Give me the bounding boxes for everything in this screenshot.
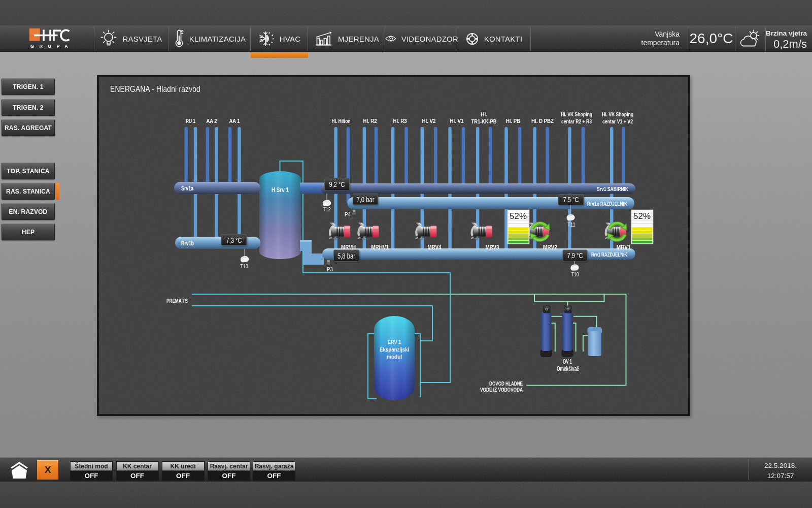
sidebar-item-label: TRIGEN. 1 bbox=[13, 83, 43, 90]
close-button[interactable]: X bbox=[37, 460, 59, 480]
sensor-p4[interactable]: P4 bbox=[345, 210, 356, 217]
toggle-kk-uredi[interactable]: KK uredi OFF bbox=[162, 461, 205, 481]
erv-label-2: Ekspanzijski bbox=[380, 346, 409, 353]
sidebar-item-label: RAS. STANICA bbox=[6, 188, 50, 195]
pump-label-mrhv1: MRHV1 bbox=[371, 244, 389, 251]
sidebar-item-top-stanica[interactable]: TOP. STANICA bbox=[2, 163, 55, 179]
outdoor-temp-label-1: Vanjska bbox=[641, 30, 680, 39]
value-razdjelnik-1-pressure[interactable]: 5,8 bar bbox=[334, 250, 359, 262]
branch-label: Hl. V2 bbox=[422, 118, 436, 124]
branch-label: AA 2 bbox=[207, 118, 217, 124]
toggle-state: OFF bbox=[162, 471, 204, 480]
pump-mrvh[interactable] bbox=[329, 223, 351, 241]
tab-label: MJERENJA bbox=[338, 35, 379, 43]
pump-mrhv1[interactable] bbox=[357, 223, 379, 241]
svg-text:7,3 °C: 7,3 °C bbox=[226, 236, 242, 244]
svg-text:T13: T13 bbox=[240, 263, 248, 269]
hfc-logo[interactable]: GRUPA bbox=[24, 25, 94, 52]
bar-chart-icon bbox=[315, 30, 333, 47]
sensor-t13[interactable]: T13 bbox=[240, 249, 249, 269]
pump-label-mrv2: MRV2 bbox=[543, 244, 557, 251]
branch-label: Hl. VK Shoping bbox=[561, 111, 592, 117]
sidebar-item-ras-stanica[interactable]: RAS. STANICA bbox=[2, 183, 55, 200]
svg-text:7,9 °C: 7,9 °C bbox=[567, 251, 583, 260]
branch-label: AA 1 bbox=[229, 118, 240, 124]
svg-text:7,5 °C: 7,5 °C bbox=[563, 195, 579, 204]
branch-label: Hl. V1 bbox=[450, 118, 464, 124]
svg-text:T11: T11 bbox=[567, 221, 576, 228]
home-button[interactable] bbox=[10, 461, 29, 480]
outdoor-temp-label-2: temperatura bbox=[641, 39, 680, 47]
sidebar-item-en-razvod[interactable]: EN. RAZVOD bbox=[2, 203, 55, 220]
active-tab-indicator bbox=[251, 52, 308, 58]
tab-label: VIDEONADZOR bbox=[401, 35, 458, 43]
pump-label-mrvh: MRVH bbox=[341, 244, 356, 251]
sidebar-item-label: RAS. AGREGAT bbox=[5, 124, 52, 132]
sidebar-item-label: HEP bbox=[22, 229, 35, 236]
pump-mrv3[interactable] bbox=[470, 223, 492, 241]
date-label: 22.5.2018. bbox=[749, 461, 812, 471]
buffer-tank bbox=[259, 171, 301, 259]
bulb-icon bbox=[100, 29, 117, 48]
close-button-label: X bbox=[45, 464, 51, 475]
sidebar-item-label: EN. RAZVOD bbox=[9, 208, 47, 215]
toggle-state: OFF bbox=[208, 471, 250, 480]
pump-mrv4[interactable] bbox=[415, 223, 437, 241]
dovod-label-2: VODE IZ VODOVODA bbox=[480, 387, 523, 393]
tab-klimatizacija[interactable]: KLIMATIZACIJA bbox=[169, 25, 251, 52]
panel-title: ENERGANA - Hladni razvod bbox=[110, 84, 200, 94]
branch-label: centar R2 + R3 bbox=[561, 118, 592, 124]
sidebar-item-label: TOP. STANICA bbox=[7, 168, 49, 175]
svg-text:T10: T10 bbox=[571, 271, 579, 277]
sensor-t12[interactable]: T12 bbox=[323, 194, 331, 212]
tab-label: HVAC bbox=[280, 35, 300, 43]
tab-hvac[interactable]: HVAC bbox=[251, 25, 308, 52]
tab-kontakti[interactable]: KONTAKTI bbox=[458, 25, 529, 52]
tab-mjerenja[interactable]: MJERENJA bbox=[309, 25, 385, 52]
sidebar-item-trigen1[interactable]: TRIGEN. 1 bbox=[2, 78, 55, 95]
svg-text:5,8 bar: 5,8 bar bbox=[337, 251, 355, 260]
branch-label: RU 1 bbox=[186, 118, 195, 124]
gauge-mrv2-value: 52% bbox=[510, 211, 527, 221]
sidebar-item-trigen2[interactable]: TRIGEN. 2 bbox=[2, 99, 55, 116]
thermometer-icon bbox=[174, 29, 184, 48]
toggle-label: Rasvj. centar bbox=[208, 462, 250, 471]
toggle-rasvj-garaza[interactable]: Rasvj. garaža OFF bbox=[253, 461, 295, 481]
pipe-label-razdjelnik-1: Rrv1 RAZDJELNIK bbox=[591, 251, 627, 258]
branch-label: TR1-KK-PB bbox=[471, 118, 497, 124]
tab-videonadzor[interactable]: VIDEONADZOR bbox=[385, 25, 458, 52]
branch-label: Hl. R3 bbox=[393, 118, 407, 124]
value-razdjelnik-a-temp[interactable]: 7,5 °C bbox=[558, 195, 584, 205]
toggle-stedni-mod[interactable]: Štedni mod OFF bbox=[70, 461, 113, 481]
toggle-kk-centar[interactable]: KK centar OFF bbox=[116, 461, 159, 481]
branch-label: Hl. bbox=[481, 111, 487, 117]
pipe-label-sabirnik: Srv1 SABIRNIK bbox=[597, 186, 628, 192]
erv-label-3: modul bbox=[387, 354, 402, 360]
pipe-label-razdjelnik-a: Rrv1a RAZDJELNIK bbox=[587, 201, 627, 207]
value-razdjelnik-1-temp[interactable]: 7,9 °C bbox=[563, 250, 587, 261]
toggle-label: KK centar bbox=[117, 462, 158, 471]
tab-label: KONTAKTI bbox=[484, 35, 523, 43]
toggle-state: OFF bbox=[253, 471, 295, 480]
pump-label-mrv3: MRV3 bbox=[486, 244, 499, 251]
prema-ts-label: PREMA TS bbox=[166, 298, 188, 304]
svg-text:P3: P3 bbox=[327, 266, 333, 272]
sidebar-item-ras-agregat[interactable]: RAS. AGREGAT bbox=[2, 119, 55, 136]
pump-label-mrv1: MRV1 bbox=[617, 244, 631, 251]
toggle-rasvj-centar[interactable]: Rasvj. centar OFF bbox=[208, 461, 250, 481]
toggle-state: OFF bbox=[117, 471, 158, 480]
hvac-diagram: 52% 52% 9,2 °C 7,0 bar 7,3 °C 7,5 °C 7,9… bbox=[99, 77, 688, 414]
value-razdjelnik-a-pressure[interactable]: 7,0 bar bbox=[353, 194, 378, 205]
sidebar-item-hep[interactable]: HEP bbox=[2, 224, 55, 240]
sensor-t10[interactable]: T10 bbox=[570, 261, 579, 277]
weather-cell bbox=[735, 25, 765, 52]
value-rrv1b-temp[interactable]: 7,3 °C bbox=[221, 234, 247, 245]
ov-label-2: Omekšivač bbox=[557, 365, 579, 372]
lifebuoy-icon bbox=[465, 32, 479, 46]
branch-label: Hl. R2 bbox=[363, 118, 377, 124]
sensor-p3[interactable]: P3 bbox=[327, 260, 333, 272]
pump-label-mrv4: MRV4 bbox=[428, 244, 442, 251]
tab-rasvjeta[interactable]: RASVJETA bbox=[94, 25, 168, 52]
branch-label: Hl. PB bbox=[506, 118, 520, 124]
value-sabirnik-temp[interactable]: 9,2 °C bbox=[325, 178, 350, 190]
